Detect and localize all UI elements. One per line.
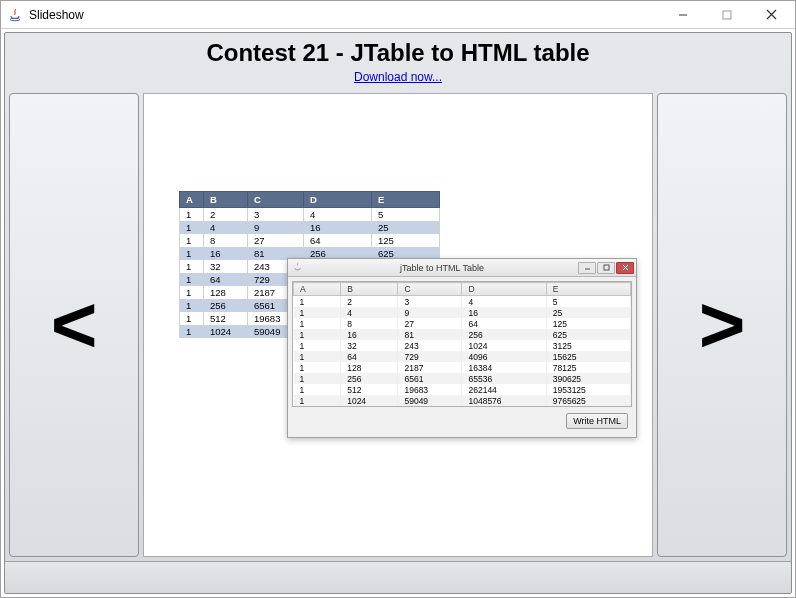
table-cell[interactable]: 32 [341,340,398,351]
slide-title: Contest 21 - JTable to HTML table [5,39,791,67]
table-cell[interactable]: 512 [341,384,398,395]
table-cell: 64 [204,273,248,286]
table-cell[interactable]: 64 [341,351,398,362]
column-header[interactable]: D [462,283,546,296]
table-cell[interactable]: 1024 [341,395,398,406]
table-cell[interactable]: 1 [294,307,341,318]
table-cell: 2 [204,208,248,222]
inner-window-title: jTable to HTML Table [307,263,577,273]
table-cell[interactable]: 625 [546,329,630,340]
table-cell[interactable]: 1 [294,384,341,395]
inner-close-button[interactable] [616,262,634,274]
maximize-button[interactable] [705,3,749,27]
table-cell[interactable]: 390625 [546,373,630,384]
table-row[interactable]: 13224310243125 [294,340,631,351]
table-cell[interactable]: 256 [462,329,546,340]
inner-minimize-button[interactable] [578,262,596,274]
table-cell[interactable]: 59049 [398,395,462,406]
table-cell[interactable]: 1024 [462,340,546,351]
table-cell: 1 [180,325,204,338]
table-cell[interactable]: 125 [546,318,630,329]
table-cell[interactable]: 78125 [546,362,630,373]
slide-content: ABCDE 1234514916251827641251168125662513… [143,93,653,557]
table-cell[interactable]: 4 [341,307,398,318]
table-row[interactable]: 11681256625 [294,329,631,340]
table-cell: 1 [180,234,204,247]
table-cell[interactable]: 16 [341,329,398,340]
column-header: A [180,192,204,208]
column-header[interactable]: C [398,283,462,296]
column-header[interactable]: E [546,283,630,296]
close-button[interactable] [749,3,793,27]
table-cell[interactable]: 16 [462,307,546,318]
inner-body: ABCDE 1234514916251827641251168125662513… [288,277,636,437]
table-cell: 4 [204,221,248,234]
column-header[interactable]: A [294,283,341,296]
table-row[interactable]: 1491625 [294,307,631,318]
svg-rect-2 [723,11,731,19]
column-header[interactable]: B [341,283,398,296]
inner-titlebar: jTable to HTML Table [288,259,636,277]
inner-maximize-button[interactable] [597,262,615,274]
next-button[interactable]: > [657,93,787,557]
jtable[interactable]: ABCDE 1234514916251827641251168125662513… [293,282,631,406]
table-cell[interactable]: 729 [398,351,462,362]
table-cell[interactable]: 15625 [546,351,630,362]
table-cell[interactable]: 3 [398,296,462,308]
table-row[interactable]: 12345 [294,296,631,308]
prev-button[interactable]: < [9,93,139,557]
table-cell[interactable]: 64 [462,318,546,329]
table-cell[interactable]: 25 [546,307,630,318]
table-cell[interactable]: 1 [294,351,341,362]
table-cell[interactable]: 5 [546,296,630,308]
table-row[interactable]: 112821871638478125 [294,362,631,373]
table-cell[interactable]: 1953125 [546,384,630,395]
svg-point-0 [10,18,20,20]
column-header: E [372,192,440,208]
table-cell[interactable]: 16384 [462,362,546,373]
table-cell[interactable]: 19683 [398,384,462,395]
column-header: B [204,192,248,208]
table-cell[interactable]: 65536 [462,373,546,384]
table-cell[interactable]: 4 [462,296,546,308]
table-cell[interactable]: 4096 [462,351,546,362]
main-panel: Contest 21 - JTable to HTML table Downlo… [4,32,792,594]
table-cell[interactable]: 262144 [462,384,546,395]
table-cell[interactable]: 1 [294,373,341,384]
table-cell[interactable]: 9 [398,307,462,318]
table-row[interactable]: 182764125 [294,318,631,329]
table-cell[interactable]: 3125 [546,340,630,351]
table-cell[interactable]: 243 [398,340,462,351]
table-cell: 128 [204,286,248,299]
table-cell[interactable]: 1 [294,318,341,329]
table-cell[interactable]: 6561 [398,373,462,384]
table-cell[interactable]: 1 [294,395,341,406]
table-cell[interactable]: 9765625 [546,395,630,406]
table-cell: 256 [204,299,248,312]
table-cell[interactable]: 2 [341,296,398,308]
table-row[interactable]: 1512196832621441953125 [294,384,631,395]
table-cell: 9 [248,221,304,234]
table-cell[interactable]: 2187 [398,362,462,373]
java-icon [7,7,23,23]
table-cell[interactable]: 1 [294,340,341,351]
table-cell[interactable]: 8 [341,318,398,329]
table-cell: 512 [204,312,248,325]
table-row[interactable]: 1256656165536390625 [294,373,631,384]
write-html-button[interactable]: Write HTML [566,413,628,429]
window-controls [661,3,793,27]
table-cell[interactable]: 81 [398,329,462,340]
table-row[interactable]: 110245904910485769765625 [294,395,631,406]
table-cell[interactable]: 1 [294,296,341,308]
download-link[interactable]: Download now... [354,70,442,84]
table-row[interactable]: 164729409615625 [294,351,631,362]
table-cell[interactable]: 1048576 [462,395,546,406]
slide-header: Contest 21 - JTable to HTML table Downlo… [5,33,791,89]
table-cell[interactable]: 1 [294,362,341,373]
table-row: 182764125 [180,234,440,247]
table-cell[interactable]: 256 [341,373,398,384]
minimize-button[interactable] [661,3,705,27]
table-cell[interactable]: 128 [341,362,398,373]
table-cell[interactable]: 1 [294,329,341,340]
table-cell[interactable]: 27 [398,318,462,329]
